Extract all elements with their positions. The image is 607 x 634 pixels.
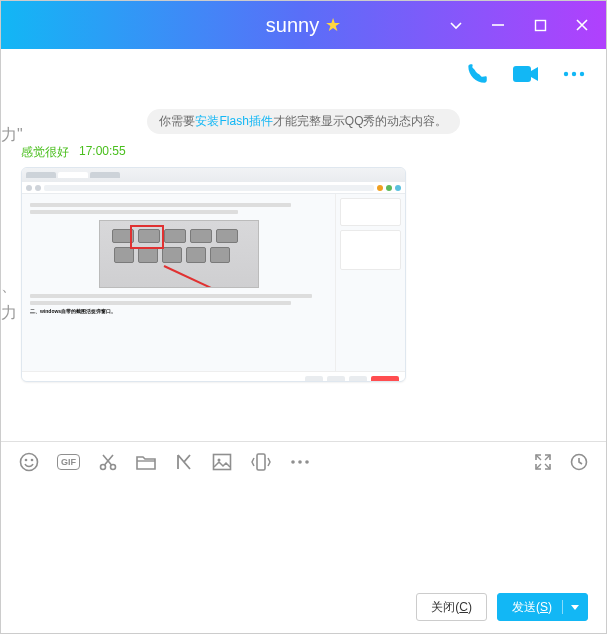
scissors-icon[interactable] — [98, 452, 118, 472]
svg-rect-11 — [214, 454, 231, 469]
video-call-icon[interactable] — [512, 63, 540, 85]
message-input[interactable] — [1, 481, 606, 581]
input-toolbar: GIF — [1, 441, 606, 481]
svg-point-10 — [111, 464, 116, 469]
chat-title: sunny — [266, 14, 319, 37]
svg-rect-1 — [535, 20, 545, 30]
svg-rect-2 — [513, 66, 531, 82]
more-icon[interactable] — [562, 69, 586, 79]
close-button[interactable]: 关闭(C) — [416, 593, 487, 621]
titlebar: sunny ★ — [1, 1, 606, 49]
sender-name: 感觉很好 — [21, 144, 69, 161]
shake-icon[interactable] — [250, 452, 272, 472]
send-button[interactable]: 发送(S) — [497, 593, 588, 621]
chat-area: 感觉很好 17:00:55 — [1, 140, 606, 441]
screenshot-thumbnail[interactable]: 二、windows自带的截图活捉弹窗口。 — [21, 167, 406, 382]
svg-point-3 — [564, 72, 568, 76]
close-icon[interactable] — [570, 13, 594, 37]
svg-point-14 — [291, 460, 295, 464]
gif-icon[interactable]: GIF — [57, 454, 80, 470]
history-icon[interactable] — [570, 453, 588, 471]
message-header: 感觉很好 17:00:55 — [21, 144, 586, 161]
send-dropdown-icon[interactable] — [562, 600, 579, 614]
svg-point-8 — [31, 458, 34, 461]
expand-icon[interactable] — [534, 453, 552, 471]
top-toolbar — [1, 49, 606, 99]
folder-icon[interactable] — [136, 453, 156, 471]
more-tools-icon[interactable] — [290, 459, 310, 465]
install-flash-link[interactable]: 安装Flash插件 — [195, 114, 272, 128]
maximize-icon[interactable] — [528, 13, 552, 37]
image-icon[interactable] — [212, 453, 232, 471]
bottom-bar: 关闭(C) 发送(S) — [1, 581, 606, 633]
share-icon[interactable] — [174, 452, 194, 472]
svg-point-4 — [572, 72, 576, 76]
svg-point-5 — [580, 72, 584, 76]
star-icon: ★ — [325, 14, 341, 36]
svg-point-9 — [101, 464, 106, 469]
message-time: 17:00:55 — [79, 144, 126, 161]
svg-rect-13 — [257, 454, 265, 470]
minimize-icon[interactable] — [486, 13, 510, 37]
svg-point-16 — [305, 460, 309, 464]
svg-point-15 — [298, 460, 302, 464]
voice-call-icon[interactable] — [464, 61, 490, 87]
svg-point-7 — [25, 458, 28, 461]
emoji-icon[interactable] — [19, 452, 39, 472]
svg-point-6 — [21, 453, 38, 470]
flash-notice: 你需要安装Flash插件才能完整显示QQ秀的动态内容。 — [147, 109, 459, 134]
dropdown-icon[interactable] — [444, 13, 468, 37]
